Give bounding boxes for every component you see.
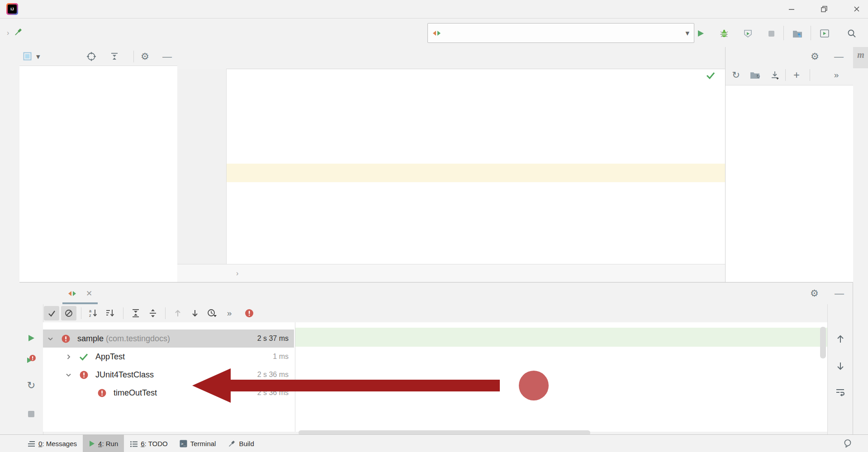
show-ignored-icon[interactable] (61, 306, 76, 320)
editor-tab-bar (177, 47, 725, 69)
test-row-apptest[interactable]: AppTest 1 ms (43, 348, 294, 366)
hide-panel-icon[interactable]: — (834, 51, 844, 62)
statusbar-item-0-messages[interactable]: 0: Messages (22, 435, 83, 452)
maven-strip-tab[interactable]: m (853, 47, 868, 68)
console-vscrollbar[interactable] (820, 327, 826, 358)
statusbar-item-6-todo[interactable]: 6: TODO (124, 435, 173, 452)
test-fail-icon (61, 334, 71, 344)
test-fail-icon (79, 370, 89, 380)
maven-tree (726, 85, 853, 282)
collapse-all-icon[interactable] (145, 306, 161, 320)
debug-button[interactable] (717, 27, 731, 40)
statusbar-item-4-run[interactable]: 4: Run (83, 435, 124, 452)
scroll-down-icon[interactable] (834, 359, 847, 373)
build-icon (228, 440, 236, 448)
svg-text:>_: >_ (181, 442, 186, 446)
code-area[interactable] (177, 69, 725, 264)
statusbar-item-terminal[interactable]: >_ Terminal (174, 435, 222, 452)
event-log-icon (844, 439, 852, 447)
run-button[interactable] (694, 27, 707, 40)
editor-breadcrumb: › (177, 264, 725, 282)
soft-wrap-icon[interactable] (834, 386, 847, 399)
chevron-down-icon[interactable] (65, 371, 72, 379)
next-failed-test-icon[interactable] (187, 306, 203, 320)
run-config-icon (68, 291, 76, 297)
chevron-down-icon[interactable] (47, 335, 54, 343)
messages-icon (28, 441, 35, 447)
run-console[interactable] (295, 322, 828, 432)
close-icon[interactable] (850, 3, 863, 15)
main-toolbar: › ▾ (0, 19, 868, 47)
svg-text:z: z (89, 313, 91, 318)
svg-text:↻: ↻ (756, 74, 760, 79)
stop-button[interactable] (24, 407, 38, 421)
tests-failed-icon (244, 308, 254, 318)
add-maven-project-icon[interactable]: + (790, 68, 803, 82)
sort-by-duration-icon[interactable] (103, 306, 119, 320)
restore-button[interactable] (818, 3, 830, 15)
todo-icon (130, 441, 138, 447)
stop-button[interactable] (764, 27, 778, 40)
project-panel-header: ▾ ⚙ — (19, 47, 177, 66)
chevron-down-icon: ▾ (685, 28, 689, 38)
toggle-auto-test-icon[interactable]: ↻ (24, 378, 38, 392)
chevron-down-icon: ▾ (36, 52, 40, 61)
rerun-button[interactable] (24, 331, 38, 345)
project-tree (19, 66, 177, 282)
maven-tool-window: ⚙ — ↻ ↻ + » (725, 47, 853, 282)
previous-failed-test-icon[interactable] (170, 306, 185, 320)
statusbar-item-build[interactable]: Build (222, 435, 260, 452)
more-actions-icon[interactable]: » (222, 306, 237, 320)
project-tool-window: ▾ ⚙ — (19, 47, 178, 282)
run-left-toolbar: ↻ » (19, 304, 43, 435)
run-tab[interactable]: ✕ (62, 282, 98, 304)
maven-toolbar: ↻ ↻ + » (726, 66, 853, 85)
hide-panel-icon[interactable]: — (162, 51, 172, 62)
test-row-timeouttest[interactable]: timeOutTest 2 s 36 ms (43, 384, 294, 402)
gear-icon[interactable]: ⚙ (811, 51, 819, 62)
run-anything-icon[interactable] (818, 27, 831, 40)
maven-panel-header: ⚙ — (726, 47, 853, 66)
close-icon[interactable]: ✕ (86, 289, 92, 298)
run-configuration-select[interactable]: ▾ (427, 23, 694, 43)
hide-panel-icon[interactable]: — (835, 288, 844, 299)
console-command-line (295, 328, 828, 347)
test-row-sample[interactable]: sample (com.testingdocs) 2 s 37 ms (43, 330, 294, 348)
minimize-button[interactable] (785, 3, 798, 15)
reimport-icon[interactable]: ↻ (729, 68, 743, 82)
expand-all-icon[interactable] (128, 306, 143, 320)
generate-sources-icon[interactable]: ↻ (748, 68, 762, 82)
run-tool-window: ✕ ⚙ — ↻ » az (19, 282, 853, 435)
gear-icon[interactable]: ⚙ (810, 288, 819, 299)
download-sources-icon[interactable] (768, 68, 782, 82)
console-right-toolbar: » (827, 304, 853, 435)
test-toolbar: az » (43, 304, 853, 322)
status-bar: 0: Messages 4: Run 6: TODO >_ Terminal B… (0, 434, 868, 452)
event-log-button[interactable] (844, 434, 855, 452)
test-results-tree: sample (com.testingdocs) 2 s 37 ms AppTe… (43, 322, 294, 432)
svg-text:a: a (89, 309, 91, 313)
sort-alphabetically-icon[interactable]: az (86, 306, 101, 320)
gear-icon[interactable]: ⚙ (141, 51, 149, 62)
collapse-all-icon[interactable] (110, 52, 119, 61)
run-icon (89, 440, 95, 447)
locate-file-icon[interactable] (86, 52, 96, 61)
editor: › (177, 47, 725, 282)
intellij-logo-icon: IJ (6, 3, 18, 15)
build-hammer-icon[interactable] (13, 27, 23, 39)
search-icon[interactable] (845, 27, 859, 40)
test-status-line (244, 308, 263, 318)
chevron-right-icon[interactable] (65, 353, 72, 361)
run-with-coverage-button[interactable] (741, 27, 754, 40)
project-structure-icon[interactable] (791, 27, 804, 40)
test-fail-icon (97, 388, 107, 398)
menu-bar: IJ (0, 0, 868, 19)
scroll-up-icon[interactable] (834, 332, 847, 346)
show-passed-icon[interactable] (44, 306, 59, 320)
test-history-icon[interactable] (204, 306, 220, 320)
rerun-failed-tests-button[interactable] (24, 353, 38, 367)
test-pass-icon (79, 353, 88, 361)
inspection-ok-icon[interactable] (706, 71, 715, 81)
more-actions-icon[interactable]: » (830, 68, 843, 82)
test-row-junit4testclass[interactable]: JUnit4TestClass 2 s 36 ms (43, 366, 294, 384)
